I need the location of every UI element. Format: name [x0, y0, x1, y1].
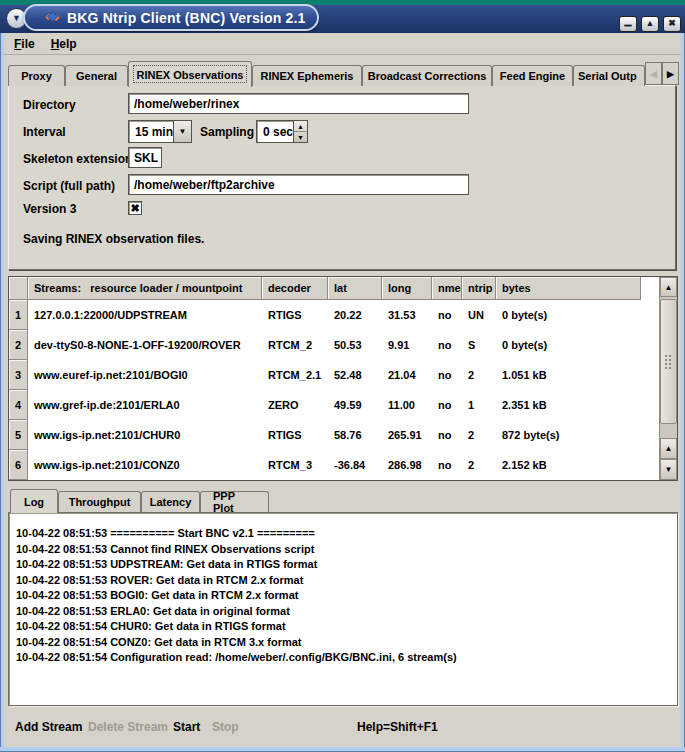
sampling-spinner[interactable]: 0 sec ▲ ▼	[256, 120, 308, 143]
table-row[interactable]: 4 www.gref-ip.de:2101/ERLA0 ZERO 49.59 1…	[9, 390, 677, 420]
tab-feed-engine[interactable]: Feed Engine	[492, 65, 573, 86]
cell-long: 31.53	[382, 300, 432, 330]
tab-scroll-right-button[interactable]: ▶	[662, 62, 679, 85]
log-line: 10-04-22 08:51:53 UDPSTREAM: Get data in…	[16, 557, 669, 573]
close-button[interactable]: ✖	[663, 16, 681, 32]
title-capsule: BKG Ntrip Client (BNC) Version 2.1	[23, 4, 319, 31]
table-header-row: Streams: resource loader / mountpoint de…	[9, 277, 677, 300]
window-controls: ▁ ▲ ✖	[619, 16, 681, 32]
tab-throughput[interactable]: Throughput	[58, 491, 141, 512]
minimize-button[interactable]: ▁	[619, 16, 637, 32]
tab-scroll-buttons: ◀ ▶	[645, 62, 679, 85]
tab-latency[interactable]: Latency	[141, 491, 200, 512]
tab-ppp-plot[interactable]: PPP Plot	[200, 491, 269, 512]
cell-decoder: RTIGS	[262, 420, 328, 450]
row-number: 4	[9, 390, 28, 420]
cell-bytes: 0 byte(s)	[496, 300, 677, 330]
directory-input[interactable]: /home/weber/rinex	[128, 93, 469, 114]
cell-ntrip: 2	[462, 360, 496, 390]
action-bar: Add Stream Delete Stream Start Stop Help…	[0, 718, 685, 740]
tab-scroll-left-button[interactable]: ◀	[645, 62, 662, 85]
row-number: 2	[9, 330, 28, 360]
chevron-down-icon: ▼	[179, 127, 187, 136]
row-number: 6	[9, 450, 28, 480]
cell-lat: 58.76	[328, 420, 382, 450]
window-border-bottom	[0, 747, 685, 752]
header-long[interactable]: long	[382, 277, 432, 300]
skeleton-extension-input[interactable]: SKL	[128, 147, 162, 168]
combo-arrow-button[interactable]: ▼	[173, 121, 191, 142]
interval-select[interactable]: 15 min ▼	[128, 120, 192, 143]
table-row[interactable]: 1 127.0.0.1:22000/UDPSTREAM RTIGS 20.22 …	[9, 300, 677, 330]
tab-broadcast-corrections[interactable]: Broadcast Corrections	[362, 65, 492, 86]
cell-long: 11.00	[382, 390, 432, 420]
tab-general[interactable]: General	[65, 65, 128, 86]
version3-checkbox[interactable]: ✖	[128, 201, 142, 215]
table-row[interactable]: 3 www.euref-ip.net:2101/BOGI0 RTCM_2.1 5…	[9, 360, 677, 390]
sampling-label: Sampling	[200, 125, 254, 139]
scroll-up-button-bottom[interactable]: ▲	[660, 438, 677, 459]
cell-lat: 49.59	[328, 390, 382, 420]
scroll-up-button[interactable]: ▲	[660, 277, 677, 297]
menu-help[interactable]: Help	[45, 35, 83, 53]
output-tabbar: Log Throughput Latency PPP Plot	[10, 488, 269, 512]
scrollbar-thumb[interactable]	[660, 299, 677, 424]
arrow-up-icon: ▲	[665, 444, 673, 453]
bnc-app-icon	[45, 10, 60, 25]
minimize-icon: ▁	[625, 17, 632, 26]
spinner-buttons: ▲ ▼	[293, 121, 307, 142]
table-row[interactable]: 2 dev-ttyS0-8-NONE-1-OFF-19200/ROVER RTC…	[9, 330, 677, 360]
tab-log[interactable]: Log	[10, 489, 58, 513]
checkmark-icon: ✖	[130, 203, 139, 214]
header-nmea[interactable]: nmea	[432, 277, 462, 300]
scroll-down-button[interactable]: ▼	[660, 459, 677, 480]
spin-up-button[interactable]: ▲	[294, 121, 307, 132]
delete-stream-button: Delete Stream	[88, 720, 168, 734]
header-ntrip[interactable]: ntrip	[462, 277, 496, 300]
cell-ntrip: 2	[462, 450, 496, 480]
cell-mountpoint: 127.0.0.1:22000/UDPSTREAM	[28, 300, 262, 330]
log-line: 10-04-22 08:51:53 ========== Start BNC v…	[16, 526, 669, 542]
table-scrollbar[interactable]: ▲ ▲ ▼	[659, 277, 677, 480]
arrow-up-icon: ▲	[297, 123, 304, 130]
tab-rinex-observations[interactable]: RINEX Observations	[128, 61, 252, 87]
add-stream-button[interactable]: Add Stream	[15, 720, 82, 734]
menu-file[interactable]: File	[8, 35, 41, 53]
window-menu-icon: ▼	[12, 14, 21, 23]
cell-decoder: RTIGS	[262, 300, 328, 330]
log-output[interactable]: 10-04-22 08:51:53 ========== Start BNC v…	[8, 512, 678, 706]
tab-proxy[interactable]: Proxy	[8, 65, 65, 86]
script-path-label: Script (full path)	[23, 179, 115, 193]
cell-bytes: 872 byte(s)	[496, 420, 677, 450]
stop-button: Stop	[212, 720, 239, 734]
chevron-right-icon: ▶	[667, 69, 674, 79]
cell-long: 21.04	[382, 360, 432, 390]
arrow-down-icon: ▼	[297, 134, 304, 141]
log-line: 10-04-22 08:51:53 Cannot find RINEX Obse…	[16, 542, 669, 558]
script-path-input[interactable]: /home/weber/ftp2archive	[128, 174, 469, 195]
window-border-right	[681, 33, 685, 752]
header-lat[interactable]: lat	[328, 277, 382, 300]
cell-long: 286.98	[382, 450, 432, 480]
tab-rinex-ephemeris[interactable]: RINEX Ephemeris	[252, 65, 362, 86]
log-line: 10-04-22 08:51:54 CONZ0: Get data in RTC…	[16, 635, 669, 651]
table-row[interactable]: 5 www.igs-ip.net:2101/CHUR0 RTIGS 58.76 …	[9, 420, 677, 450]
table-row[interactable]: 6 www.igs-ip.net:2101/CONZ0 RTCM_3 -36.8…	[9, 450, 677, 480]
header-decoder[interactable]: decoder	[262, 277, 328, 300]
cell-nmea: no	[432, 330, 462, 360]
rinex-observations-panel: Directory /home/weber/rinex Interval 15 …	[8, 85, 676, 270]
cell-nmea: no	[432, 450, 462, 480]
spin-down-button[interactable]: ▼	[294, 132, 307, 142]
tab-serial-output[interactable]: Serial Outp	[573, 65, 645, 86]
cell-long: 9.91	[382, 330, 432, 360]
cell-ntrip: 2	[462, 420, 496, 450]
titlebar[interactable]: ▼ BKG Ntrip Client (BNC) Version 2.1 ▁ ▲…	[0, 5, 685, 33]
settings-tabbar: Proxy General RINEX Observations RINEX E…	[8, 60, 645, 86]
cell-long: 265.91	[382, 420, 432, 450]
cell-nmea: no	[432, 390, 462, 420]
header-streams[interactable]: Streams: resource loader / mountpoint	[28, 277, 262, 300]
maximize-button[interactable]: ▲	[641, 16, 659, 32]
cell-bytes: 1.051 kB	[496, 360, 677, 390]
start-button[interactable]: Start	[173, 720, 200, 734]
header-bytes[interactable]: bytes	[496, 277, 641, 300]
